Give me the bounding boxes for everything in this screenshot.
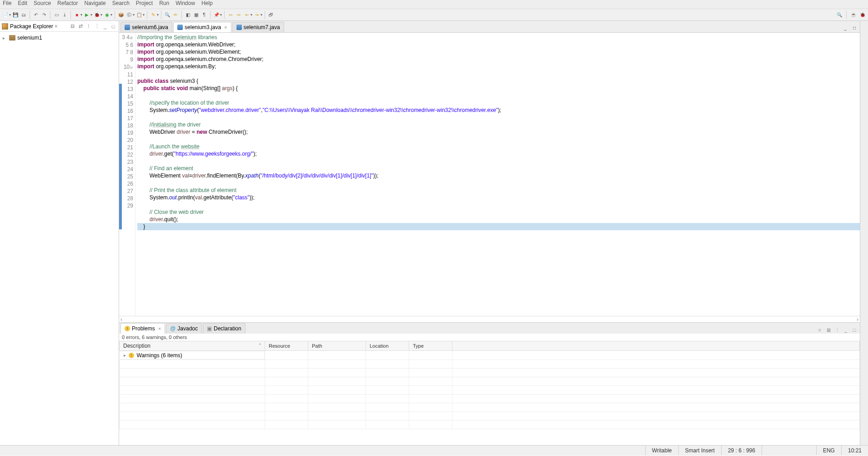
project-item[interactable]: ▸ selenium1 xyxy=(2,34,117,42)
tab-declaration[interactable]: ▣ Declaration xyxy=(203,323,246,334)
toggle-block-icon[interactable]: ▦ xyxy=(192,11,200,19)
menu-help[interactable]: Help xyxy=(201,0,213,6)
problems-table[interactable]: Description ^ Resource Path Location Typ… xyxy=(119,341,860,445)
status-insert-mode: Smart Insert xyxy=(678,446,721,455)
forward-icon[interactable]: ⇒ xyxy=(253,11,261,19)
close-view-icon[interactable]: × xyxy=(55,23,58,30)
tab-label: selenium6.java xyxy=(132,24,168,30)
link-editor-icon[interactable]: ⇄ xyxy=(77,23,84,30)
open-perspective-icon[interactable]: 🗗 xyxy=(267,11,275,19)
menu-edit[interactable]: Edit xyxy=(18,0,27,6)
javadoc-icon: @ xyxy=(170,325,176,332)
status-language[interactable]: ENG xyxy=(816,446,841,455)
java-perspective-icon[interactable]: ☕ xyxy=(850,11,857,19)
filters-icon[interactable]: ⁝ xyxy=(85,23,92,30)
line-gutter: 3 4⊕ 5 6 7 8 9 10⊖ 11 12 13 14 15 16 17 … xyxy=(122,33,135,316)
menu-navigate[interactable]: Navigate xyxy=(84,0,105,6)
expand-arrow-icon[interactable]: ▸ xyxy=(3,35,7,41)
status-bar: Writable Smart Insert 29 : 6 : 996 ENG 1… xyxy=(0,445,868,455)
collapse-all-icon[interactable]: ⊟ xyxy=(69,23,76,30)
maximize-view-icon[interactable]: □ xyxy=(110,23,117,30)
overview-ruler xyxy=(860,21,868,445)
java-file-icon xyxy=(177,25,183,30)
view-menu-icon[interactable]: ⋮ xyxy=(833,326,841,334)
java-file-icon xyxy=(236,25,242,30)
minimize-panel-icon[interactable]: _ xyxy=(842,326,849,334)
focus-icon[interactable]: ⊞ xyxy=(825,326,832,334)
pin-icon[interactable]: 📌 xyxy=(213,11,220,19)
warning-icon: ! xyxy=(129,353,134,358)
redo-icon[interactable]: ↷ xyxy=(40,11,48,19)
status-time: 10:21 xyxy=(841,446,868,455)
menu-source[interactable]: Source xyxy=(34,0,51,6)
show-whitespace-icon[interactable]: ¶ xyxy=(201,11,208,19)
stop-icon[interactable]: ■ xyxy=(73,11,80,19)
tab-selenium6[interactable]: selenium6.java xyxy=(120,22,172,32)
debug-perspective-icon[interactable]: 🐞 xyxy=(859,11,866,19)
tab-label: selenium7.java xyxy=(244,24,280,30)
main-toolbar: 📄▾ 💾 🗂 ↶ ↷ ▭ ⤓ ■▾ ▶▾ 🐞▾ ◉▾ 📦 Ⓒ▾ 📋▾ ✎▾ 🔍 … xyxy=(0,9,868,21)
maximize-panel-icon[interactable]: □ xyxy=(851,326,858,334)
run-icon[interactable]: ▶ xyxy=(83,11,90,19)
tab-javadoc[interactable]: @ Javadoc xyxy=(166,323,202,334)
menu-run[interactable]: Run xyxy=(159,0,169,6)
tab-selenium7[interactable]: selenium7.java xyxy=(232,22,284,32)
package-explorer-title: Package Explorer xyxy=(10,23,53,30)
editor-scrollbar[interactable]: ‹› xyxy=(119,316,860,322)
back-icon[interactable]: ⇐ xyxy=(243,11,251,19)
code-editor[interactable]: 3 4⊕ 5 6 7 8 9 10⊖ 11 12 13 14 15 16 17 … xyxy=(119,33,860,316)
status-empty xyxy=(762,446,816,455)
new-package-icon[interactable]: 📦 xyxy=(117,11,125,19)
tab-selenium3[interactable]: selenium3.java × xyxy=(173,22,231,32)
new-type-icon[interactable]: 📋 xyxy=(135,11,143,19)
expand-arrow-icon[interactable]: ▸ xyxy=(124,353,126,358)
problems-icon: ! xyxy=(125,326,130,331)
problems-summary: 0 errors, 6 warnings, 0 others xyxy=(119,334,860,341)
table-row[interactable]: ▸ ! Warnings (6 items) xyxy=(120,351,860,360)
open-type-icon[interactable]: ✎ xyxy=(150,11,157,19)
search-icon[interactable]: 🔍 xyxy=(164,11,171,19)
coverage-icon[interactable]: ◉ xyxy=(103,11,110,19)
col-path[interactable]: Path xyxy=(308,341,366,351)
save-icon[interactable]: 💾 xyxy=(12,11,19,19)
code-content[interactable]: //Importing the Selenium libraries impor… xyxy=(135,33,860,316)
col-type[interactable]: Type xyxy=(409,341,452,351)
col-resource[interactable]: Resource xyxy=(265,341,308,351)
tab-label: Declaration xyxy=(214,325,241,332)
status-cursor-pos: 29 : 6 : 996 xyxy=(721,446,762,455)
tab-problems[interactable]: ! Problems × xyxy=(120,323,165,334)
close-tab-icon[interactable]: × xyxy=(224,25,227,30)
undo-icon[interactable]: ↶ xyxy=(32,11,40,19)
toggle-mark-icon[interactable]: ◧ xyxy=(184,11,191,19)
project-folder-icon xyxy=(9,35,15,41)
close-tab-icon[interactable]: × xyxy=(158,326,161,331)
col-location[interactable]: Location xyxy=(366,341,409,351)
col-extra xyxy=(452,341,860,351)
menu-refactor[interactable]: Refactor xyxy=(57,0,78,6)
highlight-icon[interactable]: ✏ xyxy=(172,11,179,19)
debug-icon[interactable]: 🐞 xyxy=(93,11,100,19)
back-annotation-icon[interactable]: ⇦ xyxy=(227,11,234,19)
terminal-icon[interactable]: ▭ xyxy=(53,11,60,19)
quick-access-icon[interactable]: 🔍 xyxy=(836,11,843,19)
menu-window[interactable]: Window xyxy=(176,0,195,6)
menu-file[interactable]: File xyxy=(3,0,11,6)
declaration-icon: ▣ xyxy=(207,325,212,332)
col-description[interactable]: Description ^ xyxy=(120,341,265,351)
save-all-icon[interactable]: 🗂 xyxy=(20,11,27,19)
menu-search[interactable]: Search xyxy=(112,0,130,6)
new-class-icon[interactable]: Ⓒ xyxy=(125,11,133,19)
view-menu-icon[interactable]: ⋮ xyxy=(93,23,100,30)
new-icon[interactable]: 📄 xyxy=(2,11,9,19)
java-file-icon xyxy=(125,25,130,30)
minimize-view-icon[interactable]: _ xyxy=(101,23,109,30)
skip-icon[interactable]: ⤓ xyxy=(61,11,68,19)
tab-label: selenium3.java xyxy=(185,24,221,30)
menu-project[interactable]: Project xyxy=(136,0,153,6)
filter-icon[interactable]: ▿ xyxy=(816,326,823,334)
minimize-editor-icon[interactable]: _ xyxy=(842,24,849,31)
next-annotation-icon[interactable]: ⇨ xyxy=(235,11,242,19)
maximize-editor-icon[interactable]: □ xyxy=(851,24,858,31)
warnings-label: Warnings (6 items) xyxy=(137,352,182,359)
problems-view: ! Problems × @ Javadoc ▣ Declaration ▿ ⊞… xyxy=(119,322,860,445)
